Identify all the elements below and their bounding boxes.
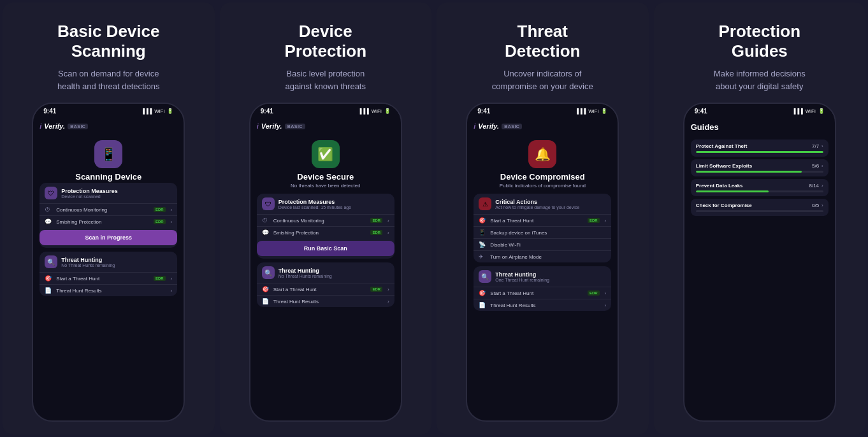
guide-item-4[interactable]: Check for Compromise 0/5 › — [691, 199, 828, 216]
wifi-icon-3: WiFi — [588, 108, 598, 114]
guide-top-4: Check for Compromise 0/5 › — [696, 203, 823, 208]
guide-count-3: 8/14 › — [809, 183, 823, 189]
guide-chevron-4: › — [821, 203, 823, 208]
wifi-disable-icon-3: 📡 — [479, 241, 486, 248]
chevron-8: › — [387, 299, 389, 304]
panel-2-title: Device Protection — [284, 22, 366, 61]
row-hunt-3[interactable]: 🎯 Start a Threat Hunt EDR › — [474, 287, 611, 299]
panel-1-title: Basic Device Scanning — [57, 22, 159, 61]
row-hunt-2[interactable]: 🎯 Start a Threat Hunt EDR › — [257, 283, 394, 295]
badge-basic-2: BASIC — [285, 124, 305, 129]
app-logo-2: i Verify. BASIC — [257, 122, 305, 130]
scan-button-1[interactable]: Scan in Progress — [40, 230, 177, 245]
section-threat-1: 🔍 Threat Hunting No Threat Hunts remaini… — [40, 252, 177, 296]
guide-fraction-4: 0/5 — [812, 203, 819, 208]
backup-icon-3: 📱 — [479, 229, 486, 236]
section-critical-3: ⚠ Critical Actions Act now to mitigate d… — [474, 194, 611, 262]
logo-text-3: Verify. — [478, 122, 499, 130]
results-text-3: Threat Hunt Results — [490, 303, 600, 308]
center-icon-2: ✅ — [257, 140, 394, 168]
results-icon-2: 📄 — [262, 298, 270, 304]
guide-name-3: Prevent Data Leaks — [696, 183, 743, 189]
section-title-critical-3: Critical Actions — [495, 199, 579, 205]
panel-4-title: Protection Guides — [718, 22, 800, 61]
panel-threat-detection: Threat Detection Uncover indicators of c… — [437, 3, 649, 434]
chevron-1: › — [171, 207, 173, 213]
panels-container: Basic Device Scanning Scan on demand for… — [0, 0, 868, 437]
scan-title-3: Device Compromised — [474, 172, 611, 182]
section-title-threat-2: Threat Hunting — [278, 268, 332, 274]
section-info-critical-3: Critical Actions Act now to mitigate dam… — [495, 199, 579, 210]
signal-icon-3: ▐▐▐ — [575, 108, 586, 114]
threat-icon-2: 🔍 — [262, 266, 275, 279]
section-info-1: Protection Measures Device not scanned — [61, 188, 118, 199]
guide-chevron-2: › — [821, 163, 823, 169]
guides-list-4: Protect Against Theft 7/7 › — [691, 140, 828, 218]
row-results-1[interactable]: 📄 Threat Hunt Results › — [40, 284, 177, 296]
guide-bar-fill-2 — [696, 171, 802, 173]
phone-2-content: i Verify. BASIC ✅ Device Secure No threa… — [250, 117, 401, 420]
panel-4-subtitle: Make informed decisions about your digit… — [714, 68, 806, 92]
chevron-6: › — [387, 230, 389, 236]
row-monitoring-2[interactable]: ⏱ Continuous Monitoring EDR › — [257, 214, 394, 226]
row-hunt-1[interactable]: 🎯 Start a Threat Hunt EDR › — [40, 272, 177, 284]
guide-name-2: Limit Software Exploits — [696, 163, 752, 169]
scan-subtitle-2: No threats have been detected — [257, 183, 394, 189]
guide-item-3[interactable]: Prevent Data Leaks 8/14 › — [691, 179, 828, 196]
phone-2: 9:41 ▐▐▐ WiFi 🔋 i Verify. BASIC ✅ — [249, 103, 402, 422]
signal-icon-2: ▐▐▐ — [358, 108, 369, 114]
hunt-icon-2: 🎯 — [262, 286, 270, 292]
app-logo-3: i Verify. BASIC — [474, 122, 522, 130]
scan-icon-1: 📱 — [94, 140, 122, 168]
row-results-3[interactable]: 📄 Threat Hunt Results › — [474, 299, 611, 311]
battery-icon-4: 🔋 — [818, 108, 825, 114]
row-results-2[interactable]: 📄 Threat Hunt Results › — [257, 295, 394, 307]
chevron-10: › — [605, 290, 607, 296]
smishing-icon-2: 💬 — [262, 229, 270, 236]
time-3: 9:41 — [477, 108, 490, 115]
chevron-3: › — [171, 276, 173, 282]
guide-top-2: Limit Software Exploits 5/6 › — [696, 163, 823, 169]
hunt-icon-1: 🎯 — [45, 275, 52, 282]
edr-badge-4: EDR — [370, 218, 382, 223]
guide-chevron-1: › — [821, 143, 823, 149]
guide-bar-2 — [696, 171, 823, 173]
time-2: 9:41 — [261, 108, 273, 115]
guide-item-2[interactable]: Limit Software Exploits 5/6 › — [691, 159, 828, 176]
guide-fraction-2: 5/6 — [812, 163, 819, 169]
wifi-icon-2: WiFi — [372, 108, 382, 114]
threat-icon-3: 🔍 — [479, 270, 491, 283]
guide-top-3: Prevent Data Leaks 8/14 › — [696, 183, 823, 189]
row-wifi-3[interactable]: 📡 Disable Wi-Fi — [474, 238, 611, 250]
scan-subtitle-3: Public indicators of compromise found — [474, 183, 611, 189]
guide-chevron-3: › — [821, 183, 823, 189]
wifi-icon: WiFi — [154, 108, 164, 114]
scan-button-2[interactable]: Run Basic Scan — [257, 241, 394, 256]
status-icons-2: ▐▐▐ WiFi 🔋 — [358, 108, 391, 114]
section-header-threat-3: 🔍 Threat Hunting One Threat Hunt remaini… — [474, 266, 611, 287]
wifi-text-3: Disable Wi-Fi — [490, 242, 606, 248]
row-smishing-1[interactable]: 💬 Smishing Protection EDR › — [40, 215, 177, 227]
row-threathunt-3[interactable]: 🎯 Start a Threat Hunt EDR › — [474, 214, 611, 226]
critical-icon-3: ⚠ — [479, 197, 491, 210]
row-backup-3[interactable]: 📱 Backup device on iTunes — [474, 226, 611, 238]
chevron-2: › — [171, 219, 173, 225]
scan-title-1: Scanning Device — [40, 172, 177, 182]
status-bar-2: 9:41 ▐▐▐ WiFi 🔋 — [250, 104, 401, 117]
row-monitoring-1[interactable]: ⏱ Continuous Monitoring EDR › — [40, 203, 177, 215]
hunt-text-1: Start a Threat Hunt — [56, 276, 150, 282]
monitoring-icon-1: ⏱ — [45, 206, 52, 213]
panel-2-subtitle: Basic level protection against known thr… — [286, 68, 366, 92]
row-smishing-2[interactable]: 💬 Smishing Protection EDR › — [257, 226, 394, 238]
row-airplane-3[interactable]: ✈ Turn on Airplane Mode — [474, 250, 611, 262]
guide-count-4: 0/5 › — [812, 203, 823, 208]
chevron-7: › — [387, 287, 389, 292]
guide-item-1[interactable]: Protect Against Theft 7/7 › — [691, 140, 828, 157]
app-header-1: i Verify. BASIC — [40, 122, 177, 130]
badge-basic-3: BASIC — [502, 124, 522, 129]
threathunt-text-3: Start a Threat Hunt — [490, 218, 584, 224]
logo-i-2: i — [257, 122, 259, 130]
battery-icon-3: 🔋 — [601, 108, 607, 114]
logo-text-1: Verify. — [44, 122, 65, 130]
section-title-protection-1: Protection Measures — [61, 188, 118, 194]
